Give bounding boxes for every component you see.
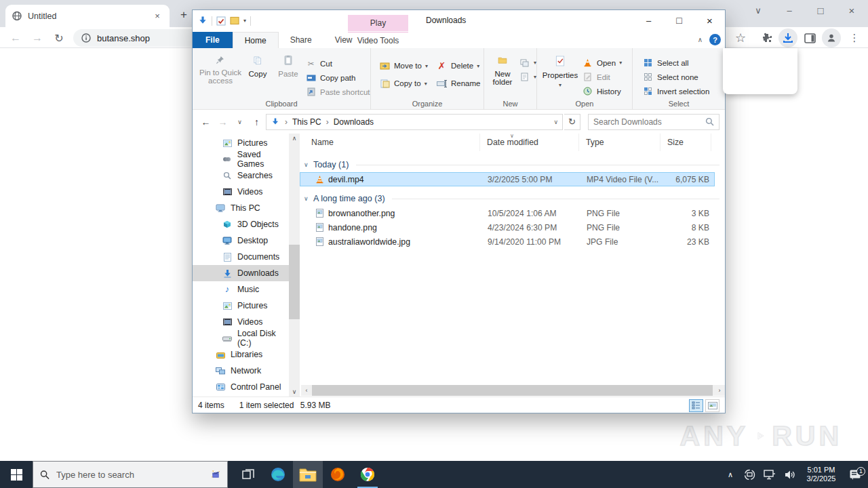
bookmark-star-icon[interactable]: ☆ xyxy=(731,28,750,47)
open-button[interactable]: Open ▾ xyxy=(582,56,622,70)
explorer-search-input[interactable] xyxy=(593,117,705,127)
large-icons-view-button[interactable] xyxy=(705,399,719,412)
nav-up-button[interactable]: ↑ xyxy=(249,117,264,127)
taskbar-chrome-icon[interactable] xyxy=(353,461,382,488)
forward-button[interactable]: → xyxy=(28,29,46,47)
sidebar-item-videos[interactable]: Videos xyxy=(193,314,289,330)
explorer-search-box[interactable] xyxy=(588,114,719,130)
sidebar-item-network[interactable]: Network xyxy=(193,363,289,379)
browser-minimize-button[interactable]: – xyxy=(774,0,804,20)
sidebar-item-saved-games[interactable]: Saved Games xyxy=(193,151,289,167)
copy-path-button[interactable]: Copy path xyxy=(305,70,370,85)
tray-show-hidden-icons-chevron[interactable]: ∧ xyxy=(722,470,739,479)
new-tab-button[interactable]: + xyxy=(175,6,193,24)
reload-button[interactable]: ↻ xyxy=(50,29,68,47)
column-header-type[interactable]: Type xyxy=(579,134,660,151)
new-folder-qat-icon[interactable] xyxy=(230,16,239,25)
file-row-devil-mp4[interactable]: devil.mp43/2/2025 5:00 PMMP4 Video File … xyxy=(300,172,715,186)
history-button[interactable]: History xyxy=(582,84,622,98)
qat-customize-caret-icon[interactable]: ▾ xyxy=(243,18,246,24)
side-panel-icon[interactable] xyxy=(800,28,819,47)
horizontal-scrollbar[interactable]: ‹ › xyxy=(301,385,725,396)
invert-selection-button[interactable]: Invert selection xyxy=(642,84,725,98)
copy-to-button[interactable]: Copy to ▾ xyxy=(379,75,428,92)
nav-forward-button[interactable]: → xyxy=(215,117,231,127)
browser-close-button[interactable]: × xyxy=(837,0,867,20)
contextual-tab-header-play[interactable]: Play xyxy=(348,15,408,31)
tray-app-icon[interactable] xyxy=(739,469,760,481)
delete-button[interactable]: ✗ Delete ▾ xyxy=(436,57,480,75)
recent-locations-chevron-icon[interactable]: ∨ xyxy=(232,119,248,125)
file-row-australiaworldwide-jpg[interactable]: australiaworldwide.jpg9/14/2020 11:00 PM… xyxy=(300,235,715,249)
downloads-icon[interactable] xyxy=(778,28,797,47)
tab-search-button[interactable]: ∨ xyxy=(743,0,773,20)
browser-menu-kebab-icon[interactable]: ⋮ xyxy=(845,28,864,47)
task-view-button[interactable] xyxy=(233,461,263,488)
tab-file[interactable]: File xyxy=(193,32,233,48)
sidebar-item-documents[interactable]: Documents xyxy=(193,249,289,265)
sidebar-item-control-panel[interactable]: Control Panel xyxy=(193,379,289,395)
scrollbar-thumb[interactable] xyxy=(289,245,300,319)
address-dropdown-chevron-icon[interactable]: ∨ xyxy=(553,119,558,125)
profile-avatar[interactable] xyxy=(822,28,841,47)
properties-qat-icon[interactable] xyxy=(216,16,226,26)
browser-tab[interactable]: Untitled × xyxy=(5,5,170,27)
taskbar-clock[interactable]: 5:01 PM 3/2/2025 xyxy=(800,466,842,483)
column-header-name[interactable]: Name xyxy=(300,134,480,151)
file-row-brownanother-png[interactable]: brownanother.png10/5/2024 1:06 AMPNG Fil… xyxy=(300,206,715,220)
tray-network-icon[interactable] xyxy=(760,470,780,480)
details-view-button[interactable] xyxy=(689,399,703,412)
rename-button[interactable]: Rename xyxy=(436,75,480,92)
group-header-a-long-time-ago-3[interactable]: ∨A long time ago (3) xyxy=(300,191,725,206)
cut-button[interactable]: ✂ Cut xyxy=(305,56,370,70)
sidebar-item-videos[interactable]: Videos xyxy=(193,184,289,200)
taskbar-search-box[interactable] xyxy=(33,461,228,488)
explorer-close-button[interactable]: × xyxy=(694,10,725,30)
scroll-down-arrow-icon[interactable]: ∨ xyxy=(289,388,300,395)
sidebar-item-this-pc[interactable]: This PC xyxy=(193,200,289,216)
explorer-address-bar[interactable]: › This PC › Downloads ∨ xyxy=(266,114,563,130)
group-collapse-chevron-icon[interactable]: ∨ xyxy=(304,161,313,168)
column-header-date-modified[interactable]: ∨ Date modified xyxy=(480,134,579,151)
move-to-button[interactable]: Move to ▾ xyxy=(379,57,428,75)
sidebar-item-local-disk-c[interactable]: Local Disk (C:) xyxy=(193,330,289,346)
tab-close-button[interactable]: × xyxy=(152,11,163,21)
start-button[interactable] xyxy=(0,461,33,488)
sidebar-scrollbar[interactable]: ∧ ∨ xyxy=(289,134,300,396)
sidebar-item-pictures[interactable]: Pictures xyxy=(193,135,289,151)
sidebar-item-desktop[interactable]: Desktop xyxy=(193,232,289,249)
sidebar-item-pictures[interactable]: Pictures xyxy=(193,298,289,314)
breadcrumb-this-pc[interactable]: This PC xyxy=(292,117,321,127)
group-header-today-1[interactable]: ∨Today (1) xyxy=(300,157,725,172)
scrollbar-thumb[interactable] xyxy=(312,385,713,396)
refresh-button[interactable]: ↻ xyxy=(564,114,580,130)
action-center-button[interactable]: 1 xyxy=(842,469,868,481)
taskbar-file-explorer-icon[interactable] xyxy=(293,461,323,488)
search-highlight-clapperboard-icon[interactable] xyxy=(211,466,220,483)
sidebar-item-music[interactable]: ♪Music xyxy=(193,281,289,298)
explorer-minimize-button[interactable]: – xyxy=(633,10,664,30)
tab-home[interactable]: Home xyxy=(233,32,279,48)
browser-maximize-button[interactable]: □ xyxy=(806,0,835,20)
tray-volume-icon[interactable] xyxy=(780,470,800,480)
nav-back-button[interactable]: ← xyxy=(198,117,214,127)
breadcrumb-downloads[interactable]: Downloads xyxy=(334,117,374,127)
tab-video-tools[interactable]: Video Tools xyxy=(348,32,408,48)
help-button[interactable]: ? xyxy=(709,34,721,45)
paste-shortcut-button[interactable]: Paste shortcut xyxy=(305,85,370,99)
explorer-maximize-button[interactable]: □ xyxy=(664,10,694,30)
taskbar-edge-icon[interactable] xyxy=(263,461,293,488)
sidebar-item-downloads[interactable]: Downloads xyxy=(193,265,289,281)
sidebar-item-searches[interactable]: Searches xyxy=(193,167,289,184)
tab-share[interactable]: Share xyxy=(279,32,323,48)
select-all-button[interactable]: Select all xyxy=(642,56,725,70)
file-row-handone-png[interactable]: handone.png4/23/2024 6:30 PMPNG File8 KB xyxy=(300,220,715,235)
collapse-ribbon-chevron-icon[interactable]: ∧ xyxy=(698,36,703,43)
new-item-button[interactable]: ▾ xyxy=(519,56,536,70)
extensions-puzzle-icon[interactable] xyxy=(757,28,776,47)
taskbar-firefox-icon[interactable] xyxy=(323,461,353,488)
easy-access-button[interactable]: ▾ xyxy=(519,70,536,84)
downloads-popup[interactable] xyxy=(723,48,797,94)
taskbar-search-input[interactable] xyxy=(56,470,204,480)
scroll-right-arrow-icon[interactable]: › xyxy=(714,387,725,394)
